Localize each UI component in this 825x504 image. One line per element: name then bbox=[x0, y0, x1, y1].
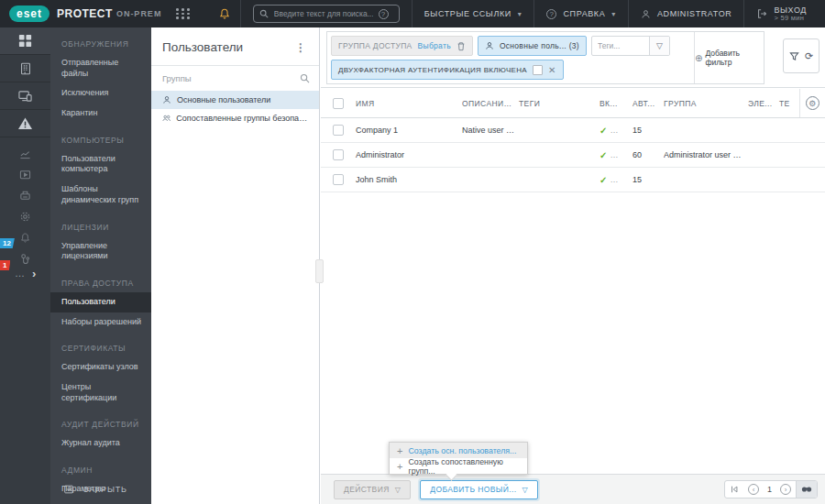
column-header-group[interactable]: ГРУППА bbox=[664, 99, 748, 108]
groups-search[interactable]: Группы bbox=[151, 66, 319, 91]
logout-button[interactable]: ВЫХОД > 59 мин bbox=[743, 0, 825, 27]
help-icon: ? bbox=[546, 9, 556, 19]
table-settings-gear-icon[interactable]: ⚙ bbox=[806, 96, 820, 110]
column-header-autologout[interactable]: АВТ... bbox=[632, 99, 664, 108]
bottom-action-bar: ДЕЙСТВИЯ ▽ ДОБАВИТЬ НОВЫЙ... ▽ ‹ 1 › bbox=[321, 474, 825, 504]
filter-bar: ГРУППА ДОСТУПА Выбрать Основные поль... … bbox=[321, 27, 825, 88]
policies-gear-icon[interactable] bbox=[0, 206, 50, 227]
tfa-filter-checkbox[interactable] bbox=[533, 65, 543, 75]
app-grid-icon[interactable] bbox=[176, 8, 191, 19]
add-filter-button[interactable]: ⊕ Добавить фильтр bbox=[694, 32, 764, 83]
sidebar-item-certification-authorities[interactable]: Центры сертификации bbox=[50, 378, 151, 408]
logout-icon bbox=[756, 8, 767, 19]
add-new-button[interactable]: ДОБАВИТЬ НОВЫЙ... ▽ bbox=[420, 480, 538, 499]
alerts-icon[interactable] bbox=[0, 110, 50, 137]
nav-section-admin: АДМИН bbox=[50, 454, 151, 479]
global-search: ? bbox=[240, 0, 412, 27]
sidebar-item-audit-log[interactable]: Журнал аудита bbox=[50, 433, 151, 454]
next-page-button[interactable]: › bbox=[776, 481, 796, 498]
computers-icon[interactable] bbox=[0, 55, 50, 82]
column-header-elements[interactable]: ЭЛЕ... bbox=[748, 99, 779, 108]
sidebar-item-submitted-files[interactable]: Отправленные файлы bbox=[50, 53, 151, 83]
sidebar-item-exclusions[interactable]: Исключения bbox=[50, 83, 151, 104]
search-help-icon[interactable]: ? bbox=[379, 9, 389, 19]
enabled-check-icon: ✓ bbox=[600, 150, 607, 160]
column-header-tags[interactable]: ТЕГИ bbox=[519, 99, 600, 108]
alerts-count-badge: 1 bbox=[0, 260, 10, 270]
chevron-select-icon: ▽ bbox=[656, 41, 663, 50]
user-icon bbox=[485, 41, 494, 50]
enabled-check-icon: ✓ bbox=[600, 175, 607, 185]
sidebar-item-license-management[interactable]: Управление лицензиями bbox=[50, 236, 151, 267]
more-icon: … bbox=[15, 268, 26, 279]
plus-icon: + bbox=[397, 445, 402, 456]
product-name: PROTECT bbox=[57, 7, 113, 20]
remove-filter-icon[interactable]: ✕ bbox=[548, 65, 556, 75]
group-item-native-users[interactable]: Основные пользователи bbox=[151, 91, 319, 109]
search-input[interactable] bbox=[274, 9, 373, 18]
group-item-mapped-security-groups[interactable]: Сопоставленные группы безопасности дом..… bbox=[151, 109, 319, 127]
collapse-icon bbox=[63, 484, 74, 495]
filter-presets-icon[interactable] bbox=[789, 51, 799, 61]
selected-group-chip[interactable]: Основные поль... (3) bbox=[478, 36, 587, 56]
chevron-down-icon: ▽ bbox=[522, 486, 529, 494]
sidebar-item-dynamic-group-templates[interactable]: Шаблоны динамических групп bbox=[50, 180, 151, 210]
tags-dropdown-button[interactable]: ▽ bbox=[649, 37, 669, 55]
prev-page-button[interactable]: ‹ bbox=[743, 481, 764, 498]
tfa-enabled-filter-chip: ДВУХФАКТОРНАЯ АУТЕНТИФИКАЦИЯ ВКЛЮЧЕНА ✕ bbox=[331, 60, 564, 80]
column-header-description[interactable]: ОПИСАНИЕ / ... bbox=[462, 99, 519, 108]
column-header-name[interactable]: ИМЯ bbox=[356, 99, 462, 108]
trash-icon[interactable] bbox=[456, 41, 466, 51]
row-checkbox[interactable] bbox=[333, 149, 344, 160]
panel-resize-handle[interactable] bbox=[315, 259, 324, 283]
table-row[interactable]: Administrator ✓ … 60 Administrator user … bbox=[321, 143, 825, 168]
notification-bell-icon[interactable] bbox=[209, 7, 240, 20]
table-row[interactable]: Company 1 Native user cre... ✓ … 15 bbox=[321, 118, 825, 143]
nav-section-certificates: СЕРТИФИКАТЫ bbox=[50, 332, 151, 357]
table-header-row: ИМЯ ОПИСАНИЕ / ... ТЕГИ ВК... АВТ... ГРУ… bbox=[321, 89, 825, 118]
nav-section-audit: АУДИТ ДЕЙСТВИЙ bbox=[50, 408, 151, 433]
sidebar-item-quarantine[interactable]: Карантин bbox=[50, 104, 151, 124]
installers-icon[interactable] bbox=[0, 185, 50, 206]
select-access-group-link[interactable]: Выбрать bbox=[418, 41, 451, 50]
nav-section-computers: КОМПЬЮТЕРЫ bbox=[50, 124, 151, 149]
table-row[interactable]: John Smith ✓ … 15 bbox=[321, 168, 825, 192]
access-group-filter: ГРУППА ДОСТУПА Выбрать bbox=[331, 36, 473, 56]
panel-title: Пользователи bbox=[162, 40, 243, 54]
collapse-sidebar-button[interactable]: ЗАКРЫТЬ bbox=[63, 484, 127, 495]
column-header-enabled[interactable]: ВК... bbox=[600, 99, 632, 108]
page-options-icon[interactable] bbox=[796, 481, 817, 498]
eset-logo: eset bbox=[9, 5, 50, 22]
help-menu[interactable]: ? СПРАВКА ▾ bbox=[534, 0, 627, 27]
pagination: ‹ 1 › bbox=[724, 480, 818, 499]
sidebar-item-users[interactable]: Пользователи bbox=[50, 292, 151, 312]
notifications-count-badge: 12 bbox=[0, 238, 15, 248]
tags-filter-input[interactable] bbox=[592, 41, 649, 50]
truncation-dots: … bbox=[610, 175, 618, 184]
expand-arrow-icon: › bbox=[32, 267, 36, 280]
add-new-popup-menu: + Создать осн. пользователя... + Создать… bbox=[389, 442, 528, 475]
row-checkbox[interactable] bbox=[333, 125, 344, 136]
row-checkbox[interactable] bbox=[333, 174, 344, 185]
reports-icon[interactable] bbox=[0, 143, 50, 164]
menu-item-create-native-user[interactable]: + Создать осн. пользователя... bbox=[390, 443, 527, 458]
user-icon bbox=[641, 9, 651, 19]
kebab-menu-icon[interactable]: ⋮ bbox=[292, 41, 310, 54]
column-header-te[interactable]: ТЕ bbox=[779, 99, 799, 108]
sidebar-item-permission-sets[interactable]: Наборы разрешений bbox=[50, 312, 151, 333]
nav-section-licenses: ЛИЦЕНЗИИ bbox=[50, 211, 151, 236]
refresh-icon[interactable]: ⟳ bbox=[805, 51, 813, 61]
first-page-button[interactable] bbox=[725, 481, 743, 498]
sidebar-item-computer-users[interactable]: Пользователи компьютера bbox=[50, 149, 151, 180]
select-all-checkbox[interactable] bbox=[333, 98, 344, 109]
groups-panel: Пользователи ⋮ Группы Основные пользоват… bbox=[151, 27, 320, 504]
tasks-icon[interactable] bbox=[0, 164, 50, 185]
user-menu[interactable]: ADMINISTRATOR bbox=[628, 0, 743, 27]
actions-button[interactable]: ДЕЙСТВИЯ ▽ bbox=[334, 480, 411, 499]
devices-icon[interactable] bbox=[0, 82, 50, 110]
truncation-dots: … bbox=[610, 150, 618, 159]
dashboard-icon[interactable] bbox=[0, 27, 50, 55]
menu-item-create-mapped-group[interactable]: + Создать сопоставленную групп... bbox=[390, 458, 527, 474]
quick-links-menu[interactable]: БЫСТРЫЕ ССЫЛКИ ▾ bbox=[412, 0, 534, 27]
sidebar-item-node-certificates[interactable]: 1 Сертификаты узлов bbox=[50, 357, 151, 378]
